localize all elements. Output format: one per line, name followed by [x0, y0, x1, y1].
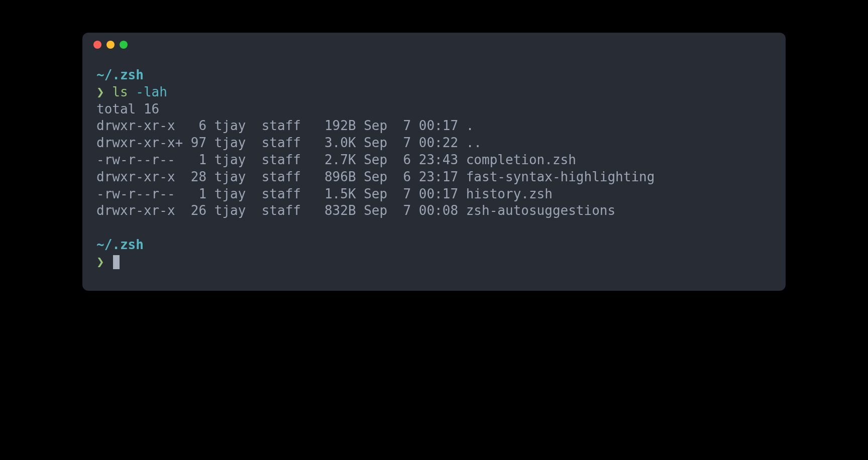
blank-line	[96, 219, 772, 237]
terminal-body[interactable]: ~/.zsh ❯ ls -lah total 16 drwxr-xr-x 6 t…	[82, 57, 786, 291]
list-item: drwxr-xr-x 28 tjay staff 896B Sep 6 23:1…	[96, 169, 772, 186]
prompt-arrow-icon: ❯	[96, 254, 104, 269]
cwd-path: ~/.zsh	[96, 67, 144, 82]
list-item: -rw-r--r-- 1 tjay staff 2.7K Sep 6 23:43…	[96, 152, 772, 169]
prompt-path-line: ~/.zsh	[96, 67, 772, 84]
prompt-input-line[interactable]: ❯	[96, 254, 772, 271]
command-flags: -lah	[136, 84, 167, 99]
prompt-command-line: ❯ ls -lah	[96, 84, 772, 101]
prompt-path-line: ~/.zsh	[96, 237, 772, 254]
maximize-icon[interactable]	[120, 41, 128, 49]
minimize-icon[interactable]	[106, 41, 115, 49]
terminal-window: ~/.zsh ❯ ls -lah total 16 drwxr-xr-x 6 t…	[82, 33, 786, 291]
close-icon[interactable]	[93, 41, 101, 49]
list-item: -rw-r--r-- 1 tjay staff 1.5K Sep 7 00:17…	[96, 186, 772, 203]
prompt-arrow-icon: ❯	[96, 84, 104, 99]
list-item: drwxr-xr-x 26 tjay staff 832B Sep 7 00:0…	[96, 202, 772, 219]
window-titlebar	[82, 33, 786, 57]
list-item: drwxr-xr-x 6 tjay staff 192B Sep 7 00:17…	[96, 118, 772, 135]
cwd-path: ~/.zsh	[96, 237, 144, 252]
command-name: ls	[112, 84, 128, 99]
cursor-icon	[113, 255, 120, 269]
list-item: drwxr-xr-x+ 97 tjay staff 3.0K Sep 7 00:…	[96, 135, 772, 152]
output-total: total 16	[96, 101, 772, 118]
